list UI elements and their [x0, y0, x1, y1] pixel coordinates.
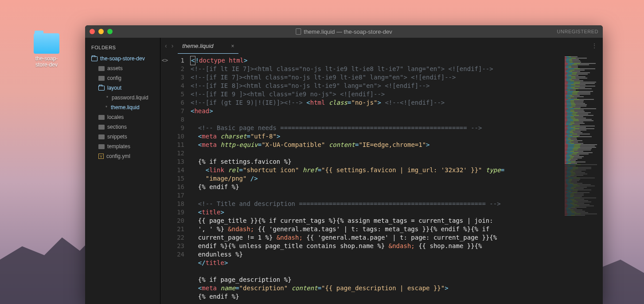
code-area: <> 1234567891011121314151617181920212223… — [160, 54, 603, 304]
tree-item-label: theme.liquid — [111, 104, 140, 111]
tab-bar: ‹ › theme.liquid × ⋮ — [160, 38, 603, 54]
tree-item-label: sections — [107, 124, 127, 130]
nav-arrows: ‹ › — [160, 38, 178, 54]
sidebar-header: FOLDERS — [85, 42, 160, 54]
editor-window: theme.liquid — the-soap-store-dev UNREGI… — [85, 25, 603, 304]
tree-item-config-yml[interactable]: Yconfig.yml — [85, 151, 160, 161]
nav-back-icon[interactable]: ‹ — [165, 42, 167, 49]
line-gutter: 123456789101112131415161718192021222324 — [169, 54, 187, 304]
window-title: theme.liquid — the-soap-store-dev — [296, 28, 392, 35]
window-maximize-button[interactable] — [107, 29, 113, 34]
window-title-text: theme.liquid — the-soap-store-dev — [304, 28, 392, 35]
tree-item-label: layout — [107, 85, 121, 91]
tab-overflow-icon[interactable]: ⋮ — [586, 38, 603, 54]
tree-item-label: assets — [107, 65, 123, 71]
titlebar[interactable]: theme.liquid — the-soap-store-dev UNREGI… — [85, 25, 603, 38]
tree-item-label: config — [107, 75, 121, 81]
tree-item-config[interactable]: config — [85, 73, 160, 83]
sidebar: FOLDERS the-soap-store-devassetsconfigla… — [85, 38, 160, 304]
tree-item-label: templates — [107, 143, 130, 150]
file-icon: * — [105, 105, 108, 110]
tree-item-locales[interactable]: locales — [85, 112, 160, 122]
tab-close-icon[interactable]: × — [231, 43, 234, 49]
traffic-lights — [90, 29, 113, 34]
nav-forward-icon[interactable]: › — [172, 42, 174, 49]
file-icon: * — [105, 95, 109, 100]
tree-item-label: config.yml — [106, 153, 130, 159]
folder-icon — [98, 66, 105, 71]
tree-item-sections[interactable]: sections — [85, 122, 160, 132]
editor-body: FOLDERS the-soap-store-devassetsconfigla… — [85, 38, 603, 304]
code-editor[interactable]: <!doctype html><!--[if lt IE 7]><html cl… — [187, 54, 563, 304]
desktop-folder-label: the-soap-store-dev — [31, 55, 62, 68]
tab-theme-liquid[interactable]: theme.liquid × — [178, 38, 238, 54]
tree-item-label: the-soap-store-dev — [100, 55, 145, 62]
folder-open-icon — [91, 56, 98, 61]
tree-item-label: password.liquid — [112, 95, 148, 101]
tree-item-layout[interactable]: layout — [85, 83, 160, 93]
folder-icon — [98, 144, 105, 149]
window-close-button[interactable] — [90, 29, 95, 34]
file-tree: the-soap-store-devassetsconfiglayout*pas… — [85, 54, 160, 161]
file-icon — [296, 28, 301, 35]
folder-icon — [98, 115, 105, 120]
syntax-indicator: <> — [160, 54, 169, 304]
registration-status: UNREGISTERED — [557, 29, 598, 34]
tree-item-snippets[interactable]: snippets — [85, 132, 160, 142]
folder-icon — [98, 134, 105, 139]
folder-open-icon — [98, 86, 105, 91]
tree-item-password-liquid[interactable]: *password.liquid — [85, 93, 160, 103]
tree-item-label: snippets — [107, 134, 127, 140]
tree-item-label: locales — [107, 114, 124, 120]
tree-item-theme-liquid[interactable]: *theme.liquid — [85, 103, 160, 112]
folder-icon — [34, 33, 59, 54]
tab-label: theme.liquid — [182, 43, 213, 49]
tree-item-assets[interactable]: assets — [85, 63, 160, 73]
main-area: ‹ › theme.liquid × ⋮ <> 1234567891011121… — [160, 38, 603, 304]
window-minimize-button[interactable] — [98, 29, 104, 34]
tree-item-the-soap-store-dev[interactable]: the-soap-store-dev — [85, 54, 160, 63]
folder-icon — [98, 125, 105, 130]
folder-icon — [98, 76, 105, 81]
desktop-folder[interactable]: the-soap-store-dev — [31, 33, 62, 68]
tree-item-templates[interactable]: templates — [85, 142, 160, 151]
yml-file-icon: Y — [98, 154, 104, 159]
minimap[interactable] — [563, 54, 603, 304]
